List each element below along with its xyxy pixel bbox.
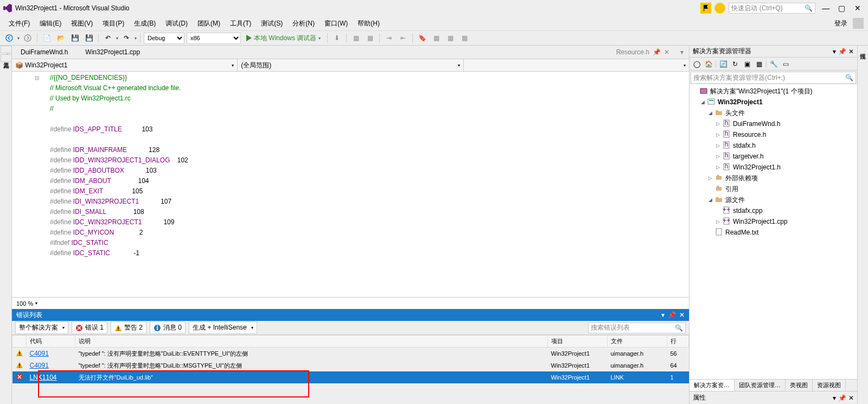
menu-edit[interactable]: 编辑(E) (35, 17, 66, 30)
errors-filter-button[interactable]: 错误 1 (72, 321, 107, 334)
panel-dropdown-icon[interactable]: ▾ (833, 394, 836, 402)
tree-node[interactable]: ◢源文件 (690, 194, 857, 205)
comment-button[interactable]: ▦ (350, 32, 362, 44)
code-line[interactable]: #define IDR_MAINFRAME 128 (39, 145, 689, 155)
menu-build[interactable]: 生成(B) (130, 17, 160, 30)
tree-node[interactable]: ◢头文件 (690, 108, 857, 118)
refresh-button[interactable]: ↻ (730, 59, 740, 69)
col-icon[interactable] (12, 336, 27, 348)
code-line[interactable]: #define IDC_MYICON 2 (39, 228, 689, 238)
code-editor[interactable]: ⊟ //{{NO_DEPENDENCIES}}// Microsoft Visu… (12, 72, 689, 297)
code-line[interactable]: #define IDM_EXIT 105 (39, 186, 689, 197)
indent-button[interactable]: ⇥ (383, 32, 395, 44)
panel-dropdown-icon[interactable]: ▾ (661, 311, 665, 319)
tab-resource-h[interactable]: Resource.h📌✕ (611, 46, 675, 58)
outline-collapse-icon[interactable]: ⊟ (35, 73, 39, 83)
save-button[interactable]: 💾 (69, 32, 81, 44)
code-line[interactable] (39, 135, 689, 145)
col-line[interactable]: 行 (667, 336, 689, 348)
tree-node[interactable]: ++stdafx.cpp (690, 205, 857, 216)
maximize-button[interactable]: ▢ (835, 4, 849, 12)
open-file-button[interactable]: 📂 (55, 32, 67, 44)
outdent-button[interactable]: ⇤ (397, 32, 409, 44)
replace-button[interactable]: ▦ (444, 32, 456, 44)
menu-window[interactable]: 窗口(W) (320, 17, 352, 30)
row-code[interactable]: C4091 (27, 348, 75, 360)
menu-test[interactable]: 测试(S) (257, 17, 287, 30)
menu-tools[interactable]: 工具(T) (226, 17, 256, 30)
config-select[interactable]: Debug (144, 33, 184, 44)
col-desc[interactable]: 说明 (75, 336, 548, 348)
row-code[interactable]: C4091 (27, 359, 75, 371)
tree-node[interactable]: ▷hWin32Project1.h (690, 162, 857, 173)
menu-file[interactable]: 文件(F) (4, 17, 34, 30)
scope-combo[interactable]: 📦 Win32Project1▾ (12, 59, 238, 71)
build-source-combo[interactable]: 生成 + IntelliSense▾ (189, 321, 257, 334)
code-line[interactable]: #define IDC_WIN32PROJECT1 109 (39, 217, 689, 228)
solution-search-input[interactable]: 搜索解决方案资源管理器(Ctrl+;)🔍 (691, 72, 856, 84)
chevron-down-icon[interactable]: ▾ (135, 36, 137, 41)
undo-button[interactable]: ↶ (102, 32, 114, 44)
misc-button[interactable]: ▦ (458, 32, 470, 44)
bottom-tab-team[interactable]: 团队资源管理… (735, 380, 786, 391)
close-icon[interactable]: ✕ (679, 311, 685, 319)
menu-view[interactable]: 视图(V) (67, 17, 97, 30)
code-line[interactable] (39, 114, 689, 124)
signin-link[interactable]: 登录 (834, 19, 847, 28)
error-row[interactable]: C4091"typedef ": 没有声明变量时忽略"DuiLib::EVENT… (12, 348, 689, 360)
feedback-smile-icon[interactable] (714, 3, 725, 14)
code-line[interactable]: // (39, 104, 689, 114)
uncomment-button[interactable]: ▦ (364, 32, 376, 44)
code-line[interactable]: #define IDI_WIN32PROJECT1 107 (39, 197, 689, 207)
bottom-tab-solution[interactable]: 解决方案资… (690, 380, 735, 391)
start-debug-button[interactable]: 本地 Windows 调试器 ▾ (243, 34, 324, 43)
code-line[interactable]: #define IDD_ABOUTBOX 103 (39, 166, 689, 176)
quick-launch-input[interactable]: 快速启动 (Ctrl+Q)🔍 (729, 3, 815, 14)
tab-win32project1[interactable]: Win32Project1.cpp (76, 46, 149, 58)
find-button[interactable]: ▦ (430, 32, 442, 44)
properties-button[interactable]: 🔧 (769, 59, 778, 69)
tree-node[interactable]: 引用 (690, 184, 857, 194)
error-row[interactable]: C4091"typedef ": 没有声明变量时忽略"DuiLib::MSGTY… (12, 359, 689, 371)
menu-project[interactable]: 项目(P) (98, 17, 129, 30)
code-line[interactable]: // Used by Win32Project1.rc (39, 93, 689, 104)
back-button[interactable]: ◯ (692, 59, 701, 69)
collapse-all-button[interactable]: ▣ (742, 59, 752, 69)
sync-button[interactable]: 🔄 (718, 59, 728, 69)
new-project-button[interactable]: 📄 (41, 32, 53, 44)
tree-node[interactable]: ▷++Win32Project1.cpp (690, 216, 857, 227)
tab-overflow-button[interactable]: ▾ (675, 46, 689, 58)
tree-node[interactable]: ▷外部依赖项 (690, 173, 857, 184)
code-line[interactable]: #define IDS_APP_TITLE 103 (39, 124, 689, 135)
code-line[interactable]: #ifndef IDC_STATIC (39, 238, 689, 248)
close-icon[interactable]: ✕ (848, 48, 854, 55)
nav-back-button[interactable] (3, 32, 15, 44)
chevron-down-icon[interactable]: ▾ (116, 36, 118, 41)
tree-node[interactable]: ▷htargetver.h (690, 151, 857, 162)
code-line[interactable]: #define IDI_SMALL 108 (39, 207, 689, 217)
tab-duiframewnd[interactable]: DuiFrameWnd.h (12, 46, 76, 58)
menu-team[interactable]: 团队(M) (193, 17, 225, 30)
pin-icon[interactable]: 📌 (838, 48, 846, 55)
panel-dropdown-icon[interactable]: ▾ (833, 48, 836, 55)
function-combo[interactable]: ▾ (464, 59, 689, 71)
notification-flag-icon[interactable] (700, 3, 711, 14)
redo-button[interactable]: ↷ (120, 32, 132, 44)
col-project[interactable]: 项目 (548, 336, 608, 348)
code-line[interactable]: #define IDC_STATIC -1 (39, 248, 689, 258)
warnings-filter-button[interactable]: 警告 2 (111, 321, 146, 334)
tree-node[interactable]: ▷hDuiFrameWnd.h (690, 118, 857, 129)
menu-debug[interactable]: 调试(D) (161, 17, 192, 30)
error-row[interactable]: LNK1104无法打开文件"DuiLib_ud.lib"Win32Project… (12, 371, 689, 383)
nav-forward-button[interactable] (22, 32, 34, 44)
home-button[interactable]: 🏠 (704, 59, 713, 69)
preview-button[interactable]: ▭ (781, 59, 790, 69)
pin-icon[interactable]: 📌 (838, 394, 846, 402)
bottom-tab-resview[interactable]: 资源视图 (813, 380, 846, 391)
zoom-level[interactable]: 100 % (16, 300, 33, 307)
menu-help[interactable]: 帮助(H) (353, 17, 384, 30)
left-tab-toolbox[interactable]: 工具箱 (1, 54, 11, 62)
member-combo[interactable]: (全局范围)▾ (238, 59, 463, 71)
close-button[interactable]: ✕ (851, 4, 865, 12)
col-code[interactable]: 代码 (27, 336, 75, 348)
